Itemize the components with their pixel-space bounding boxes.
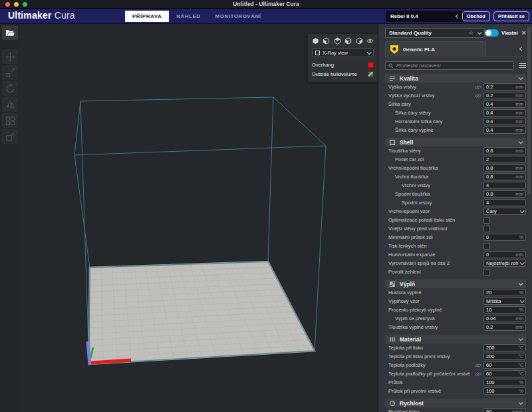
legend-swatch bbox=[368, 62, 374, 68]
view-3d-icon[interactable] bbox=[312, 37, 319, 45]
sign-in-button[interactable]: Přihlásit se bbox=[493, 11, 529, 21]
setting-label: Šířka čáry stěny bbox=[385, 110, 483, 116]
setting-unit: mm bbox=[515, 128, 523, 132]
view-right-icon[interactable] bbox=[356, 37, 363, 45]
stage-tab-náhled[interactable]: NÁHLED bbox=[169, 11, 207, 22]
setting-row: Vrchní tloušťka0.8mm bbox=[385, 172, 526, 181]
setting-label: Hustota výplně bbox=[385, 290, 483, 296]
setting-value-field[interactable]: 60mm/s bbox=[483, 408, 526, 412]
setting-dropdown[interactable]: Čáry bbox=[483, 208, 526, 215]
setting-value-field[interactable]: 0.2mm bbox=[483, 323, 526, 331]
stage-tab-příprava[interactable]: PŘÍPRAVA bbox=[125, 11, 169, 22]
link-icon bbox=[475, 84, 481, 91]
setting-checkbox[interactable] bbox=[483, 226, 490, 232]
setting-label: Vrchní/spodní tloušťka bbox=[385, 165, 483, 171]
scrollbar-thumb[interactable] bbox=[527, 27, 531, 194]
scale-button bbox=[2, 65, 18, 80]
collapse-panel-icon[interactable] bbox=[519, 47, 524, 51]
section-header-kvalita[interactable]: Kvalita bbox=[385, 74, 526, 83]
setting-value-field[interactable]: 100% bbox=[483, 387, 526, 395]
dropdown-value: Čáry bbox=[486, 208, 520, 214]
section-header-výplň[interactable]: Výplň bbox=[385, 280, 526, 288]
setting-value-field[interactable]: 20% bbox=[483, 289, 526, 296]
setting-label: Horní/dolní šířka čáry bbox=[385, 118, 483, 124]
setting-row: Spodní tloušťka0.8mm bbox=[385, 190, 526, 198]
legend-row: Outside buildvolume bbox=[312, 70, 374, 78]
setting-unit: mm bbox=[515, 85, 523, 89]
setting-value-field[interactable]: 0.4mm bbox=[483, 101, 526, 108]
section-header-shell[interactable]: Shell bbox=[385, 138, 526, 146]
setting-value: 60 bbox=[486, 362, 517, 368]
logo-cura: Cura bbox=[55, 10, 75, 21]
close-icon[interactable]: × bbox=[522, 29, 526, 37]
setting-value-field[interactable]: 4 bbox=[483, 182, 526, 189]
setting-value-field[interactable]: 0.4mm bbox=[483, 126, 526, 134]
setting-row: Počet čar zdi2 bbox=[385, 155, 526, 164]
viewport-3d[interactable]: X-Ray view OverhangOutside buildvolume bbox=[20, 24, 378, 412]
setting-value: 100 bbox=[486, 379, 518, 385]
setting-value-field[interactable]: 0% bbox=[483, 234, 526, 241]
setting-checkbox[interactable] bbox=[483, 269, 490, 276]
marketplace-button[interactable]: Obchod bbox=[462, 11, 490, 21]
dropdown-value: Mřížka bbox=[486, 298, 520, 304]
setting-row: Horizontální expanze0mm bbox=[385, 250, 526, 259]
setting-value: 4 bbox=[486, 200, 522, 206]
setting-value-field[interactable]: 0.8mm bbox=[483, 173, 526, 180]
setting-value-field[interactable]: 0.4mm bbox=[483, 109, 526, 116]
setting-value-field[interactable]: 0.2mm bbox=[483, 83, 526, 91]
chevron-down-icon bbox=[520, 298, 525, 303]
setting-label: Tisk tenkých stěn bbox=[385, 243, 483, 249]
setting-value-field[interactable]: 0.8mm bbox=[483, 164, 526, 172]
setting-value-field[interactable]: 4 bbox=[483, 199, 526, 206]
setting-row: Optimalizace pořadí tisku stěn bbox=[385, 216, 526, 224]
setting-label: Spodní tloušťka bbox=[385, 191, 483, 197]
print-settings-panel: Standard Quality ☆ Vlastní × bbox=[378, 24, 532, 412]
setting-value-field[interactable]: 100% bbox=[483, 379, 526, 386]
logo-ultimaker: Ultimaker bbox=[8, 10, 52, 21]
setting-unit: mm bbox=[515, 316, 523, 321]
setting-label: Průtok při prvotní vrstvě bbox=[385, 388, 483, 394]
material-color-icon bbox=[390, 45, 399, 55]
printer-name: Rebel II 0.4 bbox=[390, 13, 456, 19]
search-input[interactable]: Prohledat nastavení bbox=[385, 61, 514, 70]
setting-checkbox[interactable] bbox=[483, 243, 490, 250]
setting-label: Tloušťka výplně vrstvy bbox=[385, 324, 483, 330]
setting-row: Šířka čáry stěny0.4mm bbox=[385, 108, 526, 117]
setting-value-field[interactable]: 0.8mm bbox=[483, 190, 526, 198]
view-left-icon[interactable] bbox=[344, 37, 352, 45]
setting-value-field[interactable]: 200°C bbox=[483, 344, 526, 351]
setting-dropdown[interactable]: Nejostřejší roh bbox=[483, 260, 526, 267]
setting-value-field[interactable]: 10% bbox=[483, 306, 526, 313]
extruder-tab[interactable]: Generic PLA bbox=[385, 41, 486, 57]
view-top-icon[interactable] bbox=[334, 37, 341, 45]
setting-value: 100 bbox=[486, 388, 518, 394]
open-file-button[interactable] bbox=[2, 25, 18, 40]
custom-mode-toggle[interactable] bbox=[485, 29, 499, 37]
setting-value-field[interactable]: 0.2mm bbox=[483, 92, 526, 99]
section-header-rychlost[interactable]: Rychlost bbox=[385, 399, 526, 407]
section-header-materiál[interactable]: Materiál bbox=[385, 335, 526, 343]
view-eye-icon[interactable] bbox=[366, 37, 374, 45]
setting-value-field[interactable]: 60°C bbox=[483, 361, 526, 369]
setting-value-field[interactable]: 60°C bbox=[483, 370, 526, 377]
setting-value-field[interactable]: 200°C bbox=[483, 353, 526, 360]
setting-label: Procento překrytí výplně bbox=[385, 307, 483, 313]
quality-profile-dropdown[interactable]: Standard Quality ☆ bbox=[385, 28, 485, 38]
dropdown-value: Nejostřejší roh bbox=[486, 260, 520, 266]
setting-unit: mm bbox=[515, 166, 523, 170]
support-blocker-button bbox=[2, 129, 18, 144]
setting-dropdown[interactable]: Mřížka bbox=[483, 298, 526, 305]
setting-value-field[interactable]: 2 bbox=[483, 156, 526, 163]
setting-value: 0 bbox=[486, 234, 518, 240]
view-front-icon[interactable] bbox=[323, 37, 330, 45]
setting-value-field[interactable]: 0mm bbox=[483, 251, 526, 258]
setting-value-field[interactable]: 0.8mm bbox=[483, 147, 526, 154]
stage-tab-monitorování[interactable]: MONITOROVÁNÍ bbox=[208, 11, 269, 22]
setting-checkbox[interactable] bbox=[483, 217, 490, 224]
settings-filter-menu-icon[interactable] bbox=[519, 63, 526, 69]
printer-selector[interactable]: Rebel II 0.4 bbox=[386, 11, 464, 22]
view-mode-dropdown[interactable]: X-Ray view bbox=[312, 48, 374, 57]
setting-value-field[interactable]: 0.4mm bbox=[483, 118, 526, 125]
setting-value-field[interactable]: 0.04mm bbox=[483, 315, 526, 322]
setting-value: 200 bbox=[486, 353, 517, 359]
